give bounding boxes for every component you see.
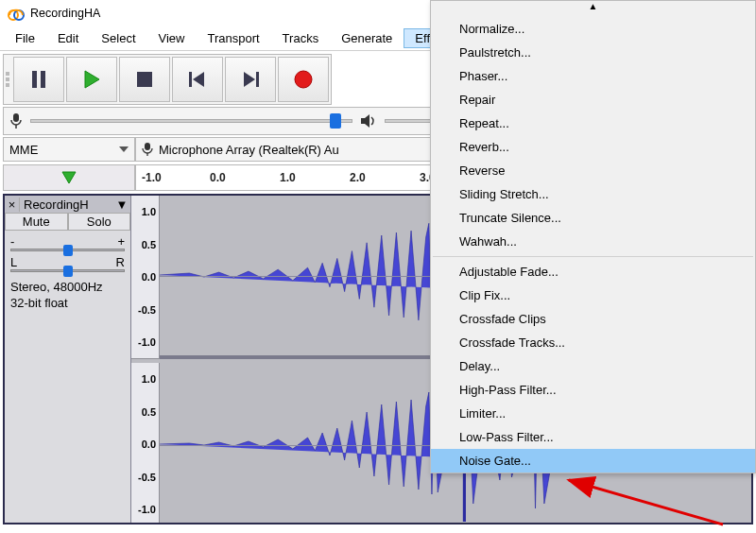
recording-level-slider[interactable] xyxy=(30,119,352,123)
effect-menu-item[interactable]: Paulstretch... xyxy=(431,41,755,64)
menu-tracks[interactable]: Tracks xyxy=(271,28,331,48)
svg-rect-3 xyxy=(41,71,45,88)
menu-scroll-up[interactable]: ▲ xyxy=(431,1,755,17)
mute-button[interactable]: Mute xyxy=(5,213,68,231)
svg-marker-15 xyxy=(361,114,369,128)
record-button[interactable] xyxy=(278,57,329,102)
effect-menu-item[interactable]: High-Pass Filter... xyxy=(431,378,755,402)
gain-slider[interactable]: -+ xyxy=(10,234,125,251)
track-info: Stereo, 48000Hz 32-bit float xyxy=(5,276,130,316)
effect-menu-item[interactable]: Normalize... xyxy=(431,17,755,41)
skip-end-button[interactable] xyxy=(225,57,276,102)
menu-edit[interactable]: Edit xyxy=(46,28,90,48)
svg-rect-13 xyxy=(13,113,19,122)
ruler-tick: 2.0 xyxy=(350,171,366,184)
track-menu-button[interactable]: ▼ xyxy=(113,198,130,212)
track-control-panel: × RecordingH ▼ Mute Solo -+ LR Stereo, 4… xyxy=(5,196,131,523)
track-close-button[interactable]: × xyxy=(5,198,20,212)
menu-separator xyxy=(433,256,753,257)
solo-button[interactable]: Solo xyxy=(68,213,131,231)
transport-toolbar xyxy=(3,54,332,105)
svg-rect-21 xyxy=(145,143,150,150)
mic-icon xyxy=(9,112,23,129)
effect-menu-item[interactable]: Phaser... xyxy=(431,64,755,88)
svg-rect-5 xyxy=(137,72,152,87)
svg-point-10 xyxy=(295,71,312,88)
menu-select[interactable]: Select xyxy=(90,28,146,48)
effect-menu-item[interactable]: Reverse xyxy=(431,159,755,182)
svg-marker-8 xyxy=(244,72,255,87)
effect-menu-item[interactable]: Delay... xyxy=(431,354,755,378)
svg-marker-4 xyxy=(85,71,99,88)
effect-menu-item[interactable]: Crossfade Clips xyxy=(431,307,755,331)
effect-menu-item[interactable]: Repeat... xyxy=(431,112,755,135)
track-name[interactable]: RecordingH xyxy=(20,198,113,212)
effect-menu-item[interactable]: Adjustable Fade... xyxy=(431,260,755,284)
mic-icon xyxy=(142,142,153,157)
svg-rect-9 xyxy=(256,72,259,87)
stop-button[interactable] xyxy=(119,57,170,102)
svg-marker-23 xyxy=(62,172,76,183)
svg-marker-20 xyxy=(119,146,129,152)
effect-menu-item[interactable]: Reverb... xyxy=(431,135,755,159)
amplitude-scale: 1.0 0.5 0.0 -0.5 -1.0 xyxy=(131,196,160,359)
menu-file[interactable]: File xyxy=(4,28,46,48)
svg-rect-6 xyxy=(189,72,192,87)
app-icon xyxy=(8,5,25,22)
pause-button[interactable] xyxy=(13,57,64,102)
ruler-tick: -1.0 xyxy=(142,171,162,184)
amplitude-scale: 1.0 0.5 0.0 -0.5 -1.0 xyxy=(131,363,160,524)
effect-menu-item[interactable]: Truncate Silence... xyxy=(431,206,755,230)
svg-rect-2 xyxy=(32,71,37,88)
effect-menu-dropdown: ▲ Normalize...Paulstretch...Phaser...Rep… xyxy=(430,0,756,473)
effect-menu-item[interactable]: Clip Fix... xyxy=(431,284,755,307)
effect-menu-item[interactable]: Repair xyxy=(431,88,755,112)
menu-view[interactable]: View xyxy=(147,28,197,48)
effect-menu-item[interactable]: Sliding Stretch... xyxy=(431,182,755,206)
effect-menu-item[interactable]: Noise Gate... xyxy=(431,449,755,473)
effect-menu-item[interactable]: Crossfade Tracks... xyxy=(431,331,755,354)
timeline-play-head[interactable] xyxy=(3,164,135,191)
audio-host-select[interactable]: MME xyxy=(3,137,135,162)
pan-slider[interactable]: LR xyxy=(10,255,125,272)
skip-start-button[interactable] xyxy=(172,57,223,102)
speaker-icon xyxy=(360,113,377,129)
effect-menu-item[interactable]: Wahwah... xyxy=(431,230,755,253)
menu-transport[interactable]: Transport xyxy=(196,28,270,48)
menu-generate[interactable]: Generate xyxy=(330,28,404,48)
chevron-down-icon xyxy=(119,146,129,152)
ruler-tick: 0.0 xyxy=(210,171,226,184)
window-title: RecordingHA xyxy=(30,7,100,20)
effect-menu-item[interactable]: Low-Pass Filter... xyxy=(431,425,755,449)
svg-marker-7 xyxy=(193,72,204,87)
audio-host-label: MME xyxy=(9,143,113,157)
effect-menu-item[interactable]: Limiter... xyxy=(431,402,755,425)
ruler-tick: 1.0 xyxy=(280,171,296,184)
play-button[interactable] xyxy=(66,57,117,102)
